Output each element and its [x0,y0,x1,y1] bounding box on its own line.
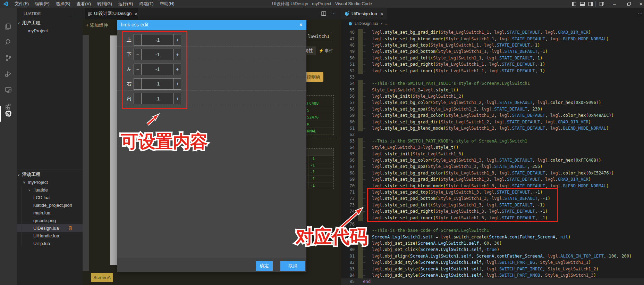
source-control-icon[interactable] [0,50,17,66]
maximize-button[interactable] [626,0,632,8]
dialog-close-icon[interactable]: × [299,22,302,27]
tree-item-luatide[interactable]: ›.luatide [17,186,83,194]
menu-item[interactable]: 编辑(E) [32,0,53,8]
tab-ui-designer[interactable]: UI设计器:UiDesign × [85,8,138,19]
menu-item[interactable]: 选择(S) [53,0,74,8]
close-button[interactable]: ✕ [638,0,644,8]
remote-explorer-icon[interactable] [0,82,17,98]
tab-close-icon[interactable]: × [380,11,383,17]
section-user-project[interactable]: ∨用户工程 [17,19,83,27]
sidebar: LUATIDE … ∨用户工程myProject∨活动工程∨myProject›… [17,8,83,285]
menu-item[interactable]: 文件(F) [11,0,32,8]
tree-item-label: qrcode.png [33,218,56,223]
code-line-58[interactable]: 58→lvgl.style_set_bg_opa(Style_LvglSwitc… [341,106,644,112]
tab-close-icon[interactable]: × [135,11,138,17]
tree-item-mainlua[interactable]: main.lua [17,209,83,217]
code-line-67[interactable]: 67→lvgl.style_set_bg_opa(Style_LvglSwitc… [341,163,644,170]
minimize-button[interactable]: – [611,0,618,8]
pad-value: -1 [310,156,315,161]
split-editor-icon[interactable] [321,11,326,16]
code-line-55[interactable]: 55→Style_LvglSwitch1_2=lvgl.style_t() [341,87,644,93]
gutter-marker [358,246,363,253]
explorer-icon[interactable] [0,18,17,34]
tree-item-lcdlua[interactable]: LCD.lua [17,194,83,201]
code-line-80[interactable]: 80→lvgl.obj_set_click(ScreenA.LvglSwitch… [341,246,644,253]
code-line-56[interactable]: 56→lvgl.style_init(Style_LvglSwitch1_2) [341,93,644,99]
layout-sidebar-right-icon[interactable] [588,0,593,8]
code-line-46[interactable]: 46→lvgl.style_set_bg_grad_dir(Style_Lvgl… [341,29,644,35]
code-line-47[interactable]: 47→lvgl.style_set_bg_blend_mode(Style_Lv… [341,35,644,42]
code-line-83[interactable]: 83→lvgl.obj_add_style(ScreenA.LvglSwitch… [341,266,644,272]
customize-layout-icon[interactable] [599,0,604,8]
code-line-48[interactable]: 48→lvgl.style_set_pad_top(Style_LvglSwit… [341,42,644,48]
code-line-65[interactable]: 65→lvgl.style_init(Style_LvglSwitch1_3) [341,150,644,157]
tree-item-uihandlelua[interactable]: UiHandle.lua [17,232,83,239]
line-number: 72 [341,196,355,201]
search-icon[interactable] [0,34,17,50]
right-more-actions-icon[interactable]: ⋯ [638,11,643,16]
code-line-59[interactable]: 59→lvgl.style_set_bg_grad_color(Style_Lv… [341,112,644,119]
left-more-actions-icon[interactable]: ⋯ [331,11,336,16]
code-line-64[interactable]: 64→Style_LvglSwitch1_3=lvgl.style_t() [341,144,644,150]
tab-uidesign-lua[interactable]: UiDesign.lua × [341,8,387,19]
tree-item-label: 活动工程 [22,171,40,178]
tree-item-myproject[interactable]: myProject [17,27,83,34]
line-number: 60 [341,120,355,124]
menu-item[interactable]: 终端(T) [136,0,156,8]
ok-button[interactable]: 确定 [256,261,273,271]
breadcrumb[interactable]: UiDesign.lua › … [341,19,644,28]
code-line-81[interactable]: 81→lvgl.obj_align(ScreenA.LvglSwitch1.se… [341,253,644,259]
code-line-84[interactable]: 84→lvgl.obj_add_style(ScreenA.LvglSwitch… [341,272,644,278]
tree-item-myproject[interactable]: ∨myProject [17,178,83,186]
tree-item-qrcodepng[interactable]: qrcode.png [17,217,83,224]
tree-item-label: myProject [28,180,48,185]
line-number: 53 [341,75,355,80]
add-component-button[interactable]: + 添加组件 [86,22,108,28]
line-number: 55 [341,88,355,92]
code-line-63[interactable]: 63→--This·is·the·SWITCH_PART_KNOB's·styl… [341,138,644,144]
dialog-title-bar[interactable]: hmk-css-edit × [117,20,306,30]
screen-tab-label[interactable]: ScreenA [91,273,113,282]
menu-item[interactable]: 运行(R) [115,0,136,8]
menu-item[interactable]: 转到(G) [94,0,115,8]
tree-item-uidesignlua[interactable]: UiDesign.lua [17,224,83,232]
code-editor[interactable]: 46→lvgl.style_set_bg_grad_dir(Style_Lvgl… [341,28,644,285]
line-number: 80 [341,247,355,252]
code-line-69[interactable]: 69→lvgl.style_set_bg_grad_dir(Style_Lvgl… [341,176,644,182]
section-active-project[interactable]: ∨活动工程 [17,171,83,178]
code-line-85[interactable]: 85end [341,278,644,285]
style-value: FC488 [307,101,319,106]
gutter-marker [358,214,363,221]
line-number: 77 [341,228,355,233]
delete-icon[interactable] [68,226,73,230]
code-line-57[interactable]: 57→lvgl.style_set_bg_color(Style_LvglSwi… [341,99,644,106]
cancel-button[interactable]: 取消 [280,261,305,271]
code-line-68[interactable]: 68→lvgl.style_set_bg_grad_color(Style_Lv… [341,170,644,176]
code-line-78[interactable]: 78→ScreenA.LvglSwitch1.self·=·lvgl.switc… [341,234,644,240]
code-line-79[interactable]: 79→lvgl.obj_set_size(ScreenA.LvglSwitch1… [341,240,644,246]
code-line-77[interactable]: 77→--This·is·the·base·code·of·ScreenA.Lv… [341,227,644,234]
line-number: 84 [341,273,355,278]
run-debug-icon[interactable] [0,66,17,82]
code-line-50[interactable]: 50→lvgl.style_set_pad_left(Style_LvglSwi… [341,55,644,61]
layout-sidebar-icon[interactable] [571,0,577,8]
menu-item[interactable]: 帮助(H) [156,0,177,8]
code-line-62[interactable]: 62 [341,131,644,138]
menu-item[interactable]: 查看(V) [73,0,94,8]
code-line-54[interactable]: 54→--This·is·the·SWITCH_PART_INDIC's·sty… [341,80,644,87]
code-line-66[interactable]: 66→lvgl.style_set_bg_color(Style_LvglSwi… [341,157,644,163]
code-line-51[interactable]: 51→lvgl.style_set_pad_right(Style_LvglSw… [341,61,644,67]
luatide-chip-icon[interactable] [0,106,17,122]
code-line-53[interactable]: 53 [341,74,644,80]
tree-item-uitplua[interactable]: UiTp.lua [17,239,83,247]
tree-item-luatideprojectjson[interactable]: luatide_project.json [17,201,83,209]
code-line-52[interactable]: 52→lvgl.style_set_pad_inner(Style_LvglSw… [341,67,644,74]
code-line-60[interactable]: 60→lvgl.style_set_bg_grad_dir(Style_Lvgl… [341,119,644,125]
code-line-61[interactable]: 61→lvgl.style_set_bg_blend_mode(Style_Lv… [341,125,644,131]
tab-events[interactable]: ⚡事件 [316,46,337,55]
sidebar-more-icon[interactable]: … [71,12,76,17]
layout-panel-icon[interactable] [579,0,585,8]
code-line-82[interactable]: 82→lvgl.obj_add_style(ScreenA.LvglSwitch… [341,259,644,266]
code-line-49[interactable]: 49→lvgl.style_set_pad_bottom(Style_LvglS… [341,48,644,55]
line-number: 65 [341,152,355,156]
